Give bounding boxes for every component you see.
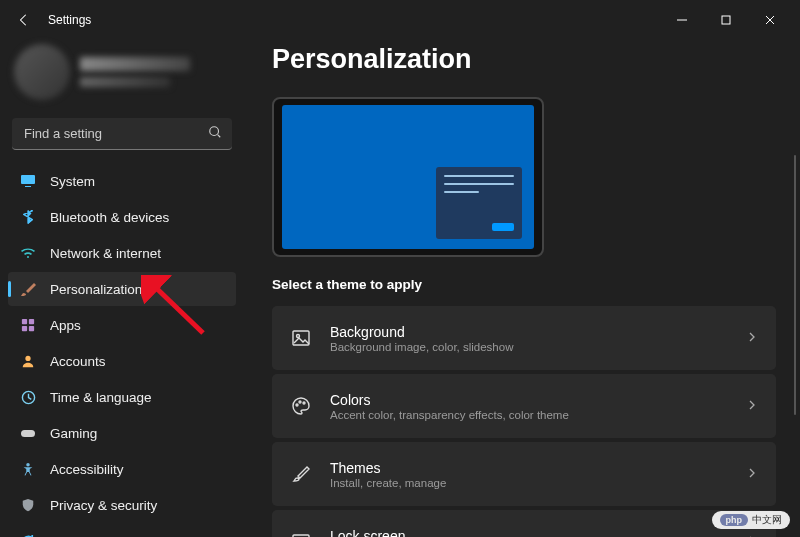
sidebar-item-system[interactable]: System (8, 164, 236, 198)
card-subtitle: Accent color, transparency effects, colo… (330, 409, 728, 421)
section-label: Select a theme to apply (272, 277, 800, 292)
svg-point-11 (26, 463, 30, 467)
accessibility-icon (20, 461, 36, 477)
search-wrap (12, 118, 232, 150)
person-icon (20, 353, 36, 369)
svg-rect-7 (29, 326, 34, 331)
nav: System Bluetooth & devices Network & int… (8, 164, 236, 537)
sidebar-item-label: Time & language (50, 390, 152, 405)
back-button[interactable] (8, 4, 40, 36)
main-content: Personalization Select a theme to apply … (244, 40, 800, 537)
desktop-preview (282, 105, 534, 249)
image-icon (290, 327, 312, 349)
page-title: Personalization (272, 44, 800, 75)
user-block[interactable] (8, 40, 236, 114)
svg-rect-10 (21, 430, 35, 437)
window-controls (660, 4, 792, 36)
sidebar-item-windows-update[interactable]: Windows Update (8, 524, 236, 537)
brush2-icon (290, 463, 312, 485)
watermark-text: 中文网 (752, 513, 782, 527)
window-preview (436, 167, 522, 239)
svg-point-15 (299, 401, 301, 403)
sidebar-item-label: Apps (50, 318, 81, 333)
arrow-left-icon (17, 13, 31, 27)
titlebar: Settings (0, 0, 800, 40)
close-button[interactable] (748, 4, 792, 36)
settings-cards: Background Background image, color, slid… (272, 306, 800, 537)
card-subtitle: Background image, color, slideshow (330, 341, 728, 353)
card-title: Background (330, 324, 728, 340)
svg-rect-2 (21, 175, 35, 184)
svg-rect-6 (22, 326, 27, 331)
sidebar-item-label: Accessibility (50, 462, 124, 477)
theme-preview[interactable] (272, 97, 544, 257)
chevron-right-icon (746, 329, 758, 347)
svg-point-1 (210, 127, 219, 136)
sidebar-item-gaming[interactable]: Gaming (8, 416, 236, 450)
lock-icon (290, 531, 312, 537)
svg-point-8 (25, 356, 30, 361)
sidebar-item-accounts[interactable]: Accounts (8, 344, 236, 378)
svg-rect-5 (29, 319, 34, 324)
shield-icon (20, 497, 36, 513)
search-input[interactable] (12, 118, 232, 150)
svg-point-16 (303, 402, 305, 404)
clock-icon (20, 389, 36, 405)
watermark: php 中文网 (712, 511, 791, 529)
sidebar-item-accessibility[interactable]: Accessibility (8, 452, 236, 486)
bluetooth-icon (20, 209, 36, 225)
card-themes[interactable]: Themes Install, create, manage (272, 442, 776, 506)
sidebar-item-time-language[interactable]: Time & language (8, 380, 236, 414)
window-title: Settings (48, 13, 91, 27)
sidebar-item-label: Gaming (50, 426, 97, 441)
user-text (80, 57, 190, 87)
scrollbar[interactable] (794, 155, 796, 415)
sidebar-item-privacy[interactable]: Privacy & security (8, 488, 236, 522)
maximize-icon (721, 15, 731, 25)
gamepad-icon (20, 425, 36, 441)
card-background[interactable]: Background Background image, color, slid… (272, 306, 776, 370)
wifi-icon (20, 245, 36, 261)
chevron-right-icon (746, 533, 758, 537)
sidebar-item-apps[interactable]: Apps (8, 308, 236, 342)
brush-icon (20, 281, 36, 297)
sidebar-item-personalization[interactable]: Personalization (8, 272, 236, 306)
svg-rect-4 (22, 319, 27, 324)
watermark-badge: php 中文网 (712, 511, 791, 529)
update-icon (20, 533, 36, 537)
sidebar-item-label: Bluetooth & devices (50, 210, 169, 225)
svg-rect-3 (25, 186, 31, 187)
sidebar-item-label: Accounts (50, 354, 106, 369)
close-icon (765, 15, 775, 25)
sidebar: System Bluetooth & devices Network & int… (0, 40, 244, 537)
card-colors[interactable]: Colors Accent color, transparency effect… (272, 374, 776, 438)
svg-rect-0 (722, 16, 730, 24)
palette-icon (290, 395, 312, 417)
sidebar-item-network[interactable]: Network & internet (8, 236, 236, 270)
minimize-icon (677, 15, 687, 25)
sidebar-item-bluetooth[interactable]: Bluetooth & devices (8, 200, 236, 234)
sidebar-item-label: Network & internet (50, 246, 161, 261)
card-lock-screen[interactable]: Lock screen Lock screen images, apps, an… (272, 510, 776, 537)
chevron-right-icon (746, 397, 758, 415)
watermark-php: php (720, 514, 749, 526)
apps-icon (20, 317, 36, 333)
maximize-button[interactable] (704, 4, 748, 36)
card-title: Colors (330, 392, 728, 408)
svg-point-13 (297, 335, 300, 338)
avatar (14, 44, 70, 100)
card-title: Lock screen (330, 528, 728, 538)
sidebar-item-label: Windows Update (50, 534, 152, 538)
chevron-right-icon (746, 465, 758, 483)
svg-point-14 (296, 404, 298, 406)
sidebar-item-label: Personalization (50, 282, 142, 297)
sidebar-item-label: Privacy & security (50, 498, 157, 513)
search-icon (208, 125, 222, 143)
system-icon (20, 173, 36, 189)
card-title: Themes (330, 460, 728, 476)
minimize-button[interactable] (660, 4, 704, 36)
card-subtitle: Install, create, manage (330, 477, 728, 489)
sidebar-item-label: System (50, 174, 95, 189)
svg-rect-12 (293, 331, 309, 345)
